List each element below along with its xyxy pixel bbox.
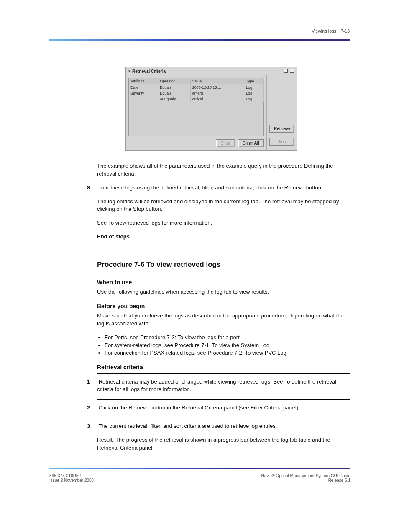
when-to-use-heading: When to use <box>97 278 350 286</box>
divider <box>97 274 350 274</box>
table-empty-area <box>128 102 264 136</box>
page-header: Viewing logs 7-13 <box>312 28 350 33</box>
table-row[interactable]: Date Equals 2005-12-25 15:... Log <box>129 84 264 91</box>
end-of-steps: End of steps <box>97 233 350 241</box>
criteria-table: Attribute Operator Value Type Date Equal… <box>128 78 264 102</box>
footer-release: Release 5.1 <box>261 478 350 483</box>
cell: Log <box>244 96 263 102</box>
cell: emerg <box>190 90 244 96</box>
step-number: 2 <box>87 404 97 412</box>
cell: Equals <box>158 90 191 96</box>
panel-titlebar: ▾ Retrieval Criteria <box>126 67 297 75</box>
rc-step-3: 3 The current retrieval, filter, and sor… <box>87 422 350 430</box>
example-paragraph: The example shows all of the parameters … <box>97 162 350 178</box>
cell: 2005-12-25 15:... <box>190 84 244 91</box>
rc-step-2: 2 Click on the Retrieve button in the Re… <box>87 404 350 412</box>
cell: Severity <box>129 90 158 96</box>
footer-issue: Issue 2 November 2008 <box>49 478 94 483</box>
table-header-row: Attribute Operator Value Type <box>129 78 264 84</box>
table-row[interactable]: or Equals critical Log <box>129 96 264 102</box>
step-text: The current retrieval, filter, and sort … <box>98 423 277 429</box>
bullet-item: For system-related logs, see Procedure 7… <box>105 342 350 350</box>
collapse-icon[interactable]: ▾ <box>128 69 130 73</box>
col-type[interactable]: Type <box>244 78 263 84</box>
before-begin-heading: Before you begin <box>97 302 350 310</box>
divider <box>97 373 350 374</box>
header-divider <box>49 39 350 41</box>
window-icon-2[interactable] <box>290 69 294 73</box>
cell: Log <box>244 84 263 91</box>
step-8: 8 To retrieve logs using the defined ret… <box>87 184 350 192</box>
rc-step-1: 1 Retrieval criteria may be added or cha… <box>87 378 350 394</box>
rc-step-3-result: Result: The progress of the retrieval is… <box>97 436 350 452</box>
divider <box>97 418 350 418</box>
divider <box>97 247 350 247</box>
col-value[interactable]: Value <box>190 78 244 84</box>
window-controls <box>283 69 294 74</box>
footer-divider <box>49 468 350 469</box>
step-text: Retrieval criteria may be added or chang… <box>97 379 336 393</box>
page-footer: 365-375-018R5.1 Issue 2 November 2008 Na… <box>49 473 350 483</box>
step-text: Click on the Retrieve button in the Retr… <box>99 404 300 411</box>
col-operator[interactable]: Operator <box>158 78 191 84</box>
bullet-item: For Ports, see Procedure 7-3: To view th… <box>105 334 350 342</box>
before-begin-body: Make sure that you retrieve the logs as … <box>97 312 350 328</box>
cell <box>129 96 158 102</box>
clear-button[interactable]: Clear <box>216 139 235 147</box>
bullet-item: For connection for PSAX-related logs, se… <box>105 349 350 357</box>
page-body: The example shows all of the parameters … <box>97 162 350 458</box>
footer-right: Navis® Optical Management System GUI Gui… <box>261 473 350 483</box>
window-icon-1[interactable] <box>284 69 288 73</box>
clear-all-button[interactable]: Clear All <box>238 139 264 147</box>
step-number: 3 <box>87 422 97 430</box>
step-text: To retrieve logs using the defined retri… <box>98 184 322 191</box>
procedure-heading: Procedure 7-6 To view retrieved logs <box>97 260 350 270</box>
when-to-use-body: Use the following guidelines when access… <box>97 288 350 296</box>
step-8-result: The log entries will be retrieved and di… <box>97 198 350 214</box>
cell: Log <box>244 90 263 96</box>
header-title: Viewing logs <box>312 28 336 33</box>
divider <box>97 399 350 400</box>
panel-title: Retrieval Criteria <box>132 69 283 74</box>
cell: critical <box>190 96 244 102</box>
header-section-number: 7-13 <box>341 28 350 33</box>
footer-product: Navis® Optical Management System GUI Gui… <box>261 473 350 478</box>
retrieval-criteria-panel: ▾ Retrieval Criteria Attribute Operator … <box>125 67 297 151</box>
step-number: 1 <box>87 378 97 386</box>
stop-button[interactable]: Stop <box>269 138 294 146</box>
table-row[interactable]: Severity Equals emerg Log <box>129 90 264 96</box>
cell: Date <box>129 84 158 91</box>
footer-left: 365-375-018R5.1 Issue 2 November 2008 <box>49 473 94 483</box>
retrieve-button[interactable]: Retrieve <box>269 125 294 133</box>
cell: or Equals <box>158 96 191 102</box>
col-attribute[interactable]: Attribute <box>129 78 158 84</box>
footer-doc-id: 365-375-018R5.1 <box>49 473 94 478</box>
step-number: 8 <box>87 184 97 192</box>
retrieval-criteria-heading: Retrieval criteria <box>97 363 350 371</box>
cell: Equals <box>158 84 191 91</box>
step-8-see: See To view retrieved logs for more info… <box>97 219 350 227</box>
